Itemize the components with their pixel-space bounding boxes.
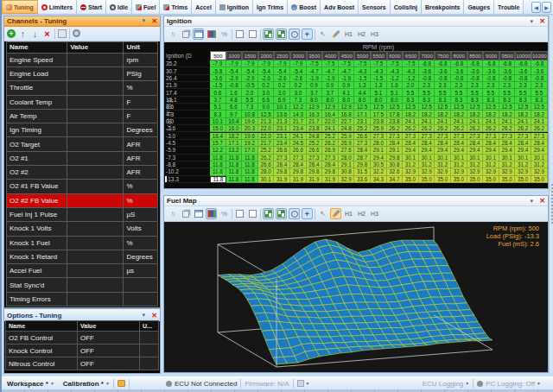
- ignition-cell[interactable]: 31.2: [515, 161, 531, 168]
- ignition-cell[interactable]: 19.2: [242, 140, 258, 147]
- ignition-cell[interactable]: 28.4: [274, 161, 290, 168]
- load-row-header[interactable]: 4.3: [165, 111, 210, 117]
- channel-row[interactable]: Throttle%: [6, 81, 158, 95]
- ignition-cell[interactable]: 32.9: [499, 168, 516, 175]
- ignition-cell[interactable]: 22.7: [339, 118, 355, 125]
- ignition-cell[interactable]: 2.3: [451, 82, 467, 89]
- ignition-cell[interactable]: 26.2: [515, 125, 531, 132]
- channel-row[interactable]: Engine Speedrpm: [6, 54, 158, 67]
- ignition-cell[interactable]: 2.3: [515, 82, 531, 89]
- ignition-cell[interactable]: 31.2: [403, 161, 419, 168]
- ignition-cell[interactable]: 0.2: [290, 82, 307, 89]
- ignition-cell[interactable]: 30.1: [467, 155, 484, 161]
- tab-coils-inj[interactable]: Coils/Inj: [391, 0, 422, 14]
- ignition-cell[interactable]: 12.2: [290, 104, 307, 111]
- tab-scroll-left-button[interactable]: ◀: [531, 2, 541, 13]
- ignition-cell[interactable]: 6.6: [258, 97, 275, 104]
- ignition-cell[interactable]: 31.2: [499, 161, 516, 168]
- ignition-cell[interactable]: 32.9: [339, 176, 355, 183]
- tab-breakpoints[interactable]: Breakpoints: [422, 0, 464, 14]
- ignition-cell[interactable]: 28.4: [451, 140, 467, 147]
- rpm-column-header[interactable]: 7500: [435, 51, 451, 60]
- ignition-cell[interactable]: 12.9: [307, 104, 323, 111]
- ignition-cell[interactable]: -2.6: [274, 75, 290, 82]
- tab-scroll-right-button[interactable]: ▶: [542, 2, 551, 13]
- load-row-header[interactable]: 17.4: [165, 89, 210, 96]
- ignition-cell[interactable]: -0.8: [531, 75, 548, 82]
- channel-row[interactable]: O2 #2 FB Value%: [6, 194, 158, 208]
- ignition-cell[interactable]: 26.6: [274, 147, 290, 154]
- ignition-cell[interactable]: 13.2: [226, 147, 243, 154]
- channel-row[interactable]: Accel Fuelµs: [6, 264, 158, 278]
- channel-row[interactable]: Knock 1 VoltsVolts: [6, 222, 158, 236]
- ignition-menu-icon[interactable]: ▼: [529, 19, 534, 24]
- ignition-cell[interactable]: -3.6: [515, 67, 531, 74]
- ignition-cell[interactable]: 17.1: [226, 140, 243, 147]
- ignition-cell[interactable]: 27.3: [467, 133, 484, 140]
- settings-gear-icon[interactable]: [73, 29, 80, 37]
- ignition-cell[interactable]: 16.8: [339, 111, 355, 117]
- move-down-icon[interactable]: ↓: [30, 28, 40, 38]
- ignition-cell[interactable]: 18.2: [451, 111, 467, 117]
- ignition-cell[interactable]: 5.1: [371, 89, 387, 96]
- channel-row[interactable]: Engine LoadPSIg: [6, 67, 158, 81]
- tab-idle[interactable]: Idle: [106, 0, 132, 14]
- ignition-cell[interactable]: 24.1: [290, 133, 307, 140]
- options-close-icon[interactable]: ✕: [151, 312, 157, 319]
- ignition-cell[interactable]: 8.0: [387, 97, 404, 104]
- ignition-cell[interactable]: -2.9: [226, 75, 243, 82]
- ignition-cell[interactable]: 21.7: [307, 118, 323, 125]
- ignition-cell[interactable]: -4.3: [354, 67, 371, 74]
- ignition-cell[interactable]: 24.8: [307, 133, 323, 140]
- ignition-cell[interactable]: 3.0: [274, 89, 290, 96]
- ignition-cell[interactable]: -7.9: [258, 60, 275, 67]
- ignition-cell[interactable]: 26.2: [451, 125, 467, 132]
- ignition-cell[interactable]: 1.3: [354, 82, 371, 89]
- ignition-cell[interactable]: 23.1: [354, 118, 371, 125]
- ignition-cell[interactable]: 28.4: [531, 140, 548, 147]
- ignition-cell[interactable]: 29.4: [371, 155, 387, 161]
- ignition-cell[interactable]: 15.7: [210, 140, 226, 147]
- ignition-cell[interactable]: 11.8: [226, 176, 243, 183]
- ignition-cell[interactable]: 30.1: [403, 155, 419, 161]
- ignition-cell[interactable]: -1.9: [339, 75, 355, 82]
- ignition-cell[interactable]: 8.3: [467, 97, 484, 104]
- ignition-cell[interactable]: 29.4: [483, 147, 499, 154]
- ignition-cell[interactable]: 12.5: [531, 104, 548, 111]
- load-row-header[interactable]: 0.0: [165, 118, 210, 125]
- ignition-cell[interactable]: 4.8: [226, 97, 243, 104]
- ignition-cell[interactable]: 24.1: [322, 125, 339, 132]
- chart-view-icon[interactable]: [206, 208, 217, 219]
- ignition-cell[interactable]: 16.0: [226, 125, 243, 132]
- ignition-cell[interactable]: 5.5: [435, 89, 451, 96]
- ignition-cell[interactable]: 5.5: [242, 97, 258, 104]
- tab-sensors[interactable]: Sensors: [359, 0, 391, 14]
- ignition-cell[interactable]: 10.8: [242, 111, 258, 117]
- ignition-cell[interactable]: 17.1: [354, 111, 371, 117]
- ignition-cell[interactable]: 5.1: [387, 89, 404, 96]
- ignition-cell[interactable]: -4.3: [403, 67, 419, 74]
- ignition-cell[interactable]: 32.9: [531, 168, 548, 175]
- ignition-cell[interactable]: 0.2: [274, 82, 290, 89]
- ignition-cell[interactable]: 29.1: [339, 161, 355, 168]
- ignition-cell[interactable]: 8.0: [322, 97, 339, 104]
- ignition-cell[interactable]: 3.0: [290, 89, 307, 96]
- ignition-cell[interactable]: 32.9: [403, 168, 419, 175]
- ignition-cell[interactable]: 27.3: [387, 133, 404, 140]
- ignition-cell[interactable]: 34.7: [387, 176, 404, 183]
- ignition-cell[interactable]: -0.8: [451, 75, 467, 82]
- ignition-cell[interactable]: 26.2: [322, 140, 339, 147]
- ignition-cell[interactable]: 31.9: [290, 176, 307, 183]
- ignition-cell[interactable]: -4.3: [371, 67, 387, 74]
- ignition-cell[interactable]: 24.5: [290, 140, 307, 147]
- rpm-column-header[interactable]: 500: [210, 51, 226, 60]
- tab-ign-trims[interactable]: Ign Trims: [253, 0, 288, 14]
- ignition-cell[interactable]: 25.2: [354, 125, 371, 132]
- ignition-cell[interactable]: -7.9: [242, 60, 258, 67]
- ignition-cell[interactable]: 8.0: [371, 97, 387, 104]
- ignition-cell[interactable]: 17.8: [387, 111, 404, 117]
- ignition-cell[interactable]: 18.2: [483, 111, 499, 117]
- ignition-cell[interactable]: 27.3: [274, 155, 290, 161]
- ignition-cell[interactable]: 30.1: [451, 155, 467, 161]
- ignition-cell[interactable]: -6.8: [419, 60, 435, 67]
